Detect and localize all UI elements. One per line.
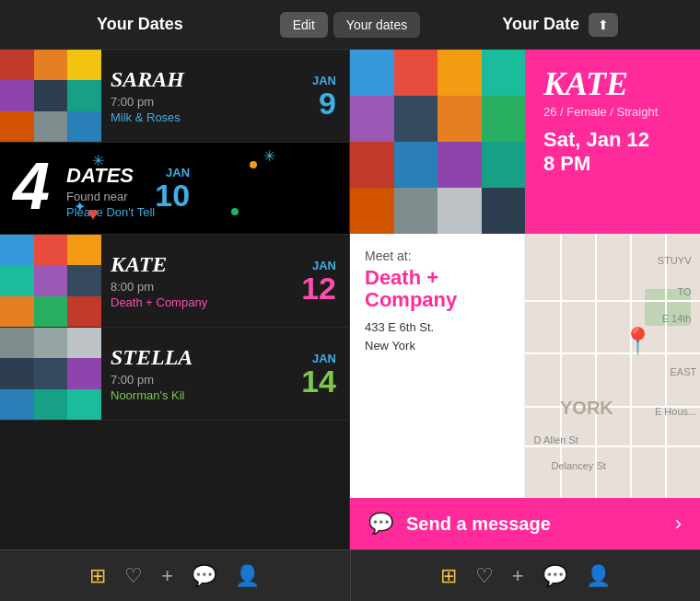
sarah-info: SARAH 7:00 pm Milk & Roses <box>101 56 312 135</box>
kate-date-str: Sat, Jan 12 <box>543 128 649 151</box>
stella-day: 14 <box>301 365 336 397</box>
kate-date-display: Sat, Jan 12 8 PM <box>543 128 682 176</box>
right-tab-calendar-icon[interactable]: ⊞ <box>431 564 466 588</box>
sarah-venue: Milk & Roses <box>111 110 303 124</box>
left-tab-profile-icon[interactable]: 👤 <box>226 564 269 588</box>
map-street-v4 <box>665 234 667 498</box>
stella-venue: Noorman's Kil <box>111 388 292 402</box>
kate-name: KATE <box>111 252 292 277</box>
kate-time-display: 8 PM <box>543 152 590 175</box>
map-background: YORK STUYV TO E 14th EAST E Hous... D Al… <box>525 234 700 498</box>
promo-number: 4 <box>13 158 50 214</box>
map-street-v1 <box>560 234 562 498</box>
kate-detail-mosaic <box>350 50 525 234</box>
sarah-thumbnail <box>0 50 101 142</box>
top-navigation: Your Dates Edit Your dates Your Date ⬆ <box>0 0 700 50</box>
map-label-house: E Hous... <box>655 406 696 417</box>
right-tab-chat-icon[interactable]: 💬 <box>533 564 577 588</box>
kate-day: 12 <box>301 272 336 304</box>
stella-time: 7:00 pm <box>111 373 292 387</box>
edit-button[interactable]: Edit <box>280 12 328 38</box>
kate-header: KATE 26 / Female / Straight Sat, Jan 12 … <box>525 50 700 234</box>
main-content: SARAH 7:00 pm Milk & Roses JAN 9 ✳ ✦ ♥ ✳… <box>0 50 700 549</box>
left-tab-heart-icon[interactable]: ♡ <box>115 564 152 588</box>
deco-dot-2 <box>231 208 239 215</box>
promo-dates-label: DATES <box>66 166 155 186</box>
right-tab-section: ⊞ ♡ + 💬 👤 <box>351 550 701 601</box>
promo-left: 4 DATES Found near Please Don't Tell <box>13 158 155 219</box>
send-message-bar[interactable]: 💬 Send a message › <box>350 498 700 549</box>
send-message-text: Send a message <box>406 514 675 535</box>
map-label-east: EAST <box>670 366 696 377</box>
map-label-stuyv: STUYV <box>658 255 692 266</box>
stella-date: JAN 14 <box>301 352 349 397</box>
map-label-to: TO <box>677 286 691 297</box>
share-icon: ⬆ <box>598 17 609 32</box>
left-tab-section: ⊞ ♡ + 💬 👤 <box>0 550 351 601</box>
right-panel-title: Your Date <box>502 15 579 34</box>
map-street-h2 <box>525 353 700 354</box>
right-nav-section: Your Date ⬆ <box>420 13 700 37</box>
map-street-v3 <box>630 234 632 498</box>
kate-demographics: 26 / Female / Straight <box>543 105 682 119</box>
meet-at-section: Meet at: Death + Company 433 E 6th St.Ne… <box>350 234 525 498</box>
sarah-day: 9 <box>312 87 336 119</box>
kate-header-row: KATE 26 / Female / Straight Sat, Jan 12 … <box>350 50 700 234</box>
map-pin: 📍 <box>622 326 654 356</box>
kate-thumbnail <box>0 235 101 327</box>
kate-time: 8:00 pm <box>111 280 292 294</box>
meet-venue-name: Death + Company <box>365 267 509 311</box>
right-middle-section: Meet at: Death + Company 433 E 6th St.Ne… <box>350 234 700 498</box>
sarah-name: SARAH <box>111 67 303 92</box>
left-tab-calendar-icon[interactable]: ⊞ <box>80 564 115 588</box>
sarah-date: JAN 9 <box>312 74 349 119</box>
map-street-v2 <box>595 234 597 498</box>
promo-sub: Found near <box>66 190 155 203</box>
right-tab-heart-icon[interactable]: ♡ <box>466 564 503 588</box>
center-nav-section: Edit Your dates <box>280 12 421 38</box>
bottom-tab-bar: ⊞ ♡ + 💬 👤 ⊞ ♡ + 💬 👤 <box>0 549 700 601</box>
stella-thumbnail <box>0 328 101 420</box>
deco-dot-1 <box>250 161 257 168</box>
deco-star-3: ✳ <box>263 147 275 165</box>
kate-date: JAN 12 <box>301 259 349 304</box>
left-nav-section: Your Dates <box>0 15 280 34</box>
map-label-allen: D Allen St <box>534 434 578 445</box>
stella-name: STELLA <box>111 345 292 370</box>
left-panel-title: Your Dates <box>97 15 183 34</box>
kate-venue: Death + Company <box>111 295 292 309</box>
map-street-h4 <box>525 445 700 447</box>
promo-dates-item[interactable]: ✳ ✦ ♥ ✳ 4 DATES Found near Please Don't … <box>0 143 349 235</box>
left-tab-chat-icon[interactable]: 💬 <box>182 564 226 588</box>
send-chevron-icon: › <box>675 512 682 536</box>
meet-address: 433 E 6th St.New York <box>365 318 509 354</box>
date-item-sarah[interactable]: SARAH 7:00 pm Milk & Roses JAN 9 <box>0 50 349 143</box>
share-button[interactable]: ⬆ <box>589 13 618 37</box>
map-label-york: YORK <box>560 398 613 419</box>
map-section: YORK STUYV TO E 14th EAST E Hous... D Al… <box>525 234 700 498</box>
date-item-kate[interactable]: KATE 8:00 pm Death + Company JAN 12 <box>0 235 349 328</box>
left-tab-add-icon[interactable]: + <box>152 564 182 588</box>
right-tab-profile-icon[interactable]: 👤 <box>577 564 620 588</box>
your-dates-button[interactable]: Your dates <box>333 12 420 38</box>
kate-info: KATE 8:00 pm Death + Company <box>101 241 301 320</box>
sarah-time: 7:00 pm <box>111 95 303 109</box>
right-tab-add-icon[interactable]: + <box>503 564 533 588</box>
kate-detail-panel: KATE 26 / Female / Straight Sat, Jan 12 … <box>350 50 700 549</box>
dates-list-panel: SARAH 7:00 pm Milk & Roses JAN 9 ✳ ✦ ♥ ✳… <box>0 50 350 549</box>
promo-day: 10 <box>155 179 190 211</box>
promo-mid: DATES Found near Please Don't Tell <box>55 158 155 219</box>
kate-detail-name: KATE <box>543 64 682 103</box>
stella-info: STELLA 7:00 pm Noorman's Kil <box>101 334 301 413</box>
date-item-stella[interactable]: STELLA 7:00 pm Noorman's Kil JAN 14 <box>0 328 349 421</box>
message-icon: 💬 <box>368 512 393 536</box>
map-label-e14: E 14th <box>662 313 692 324</box>
map-street-h1 <box>525 300 700 302</box>
map-label-delancey: Delancey St <box>552 460 606 471</box>
promo-date: JAN 10 <box>155 166 203 211</box>
meet-at-label: Meet at: <box>365 248 509 263</box>
promo-venue: Please Don't Tell <box>66 205 155 219</box>
